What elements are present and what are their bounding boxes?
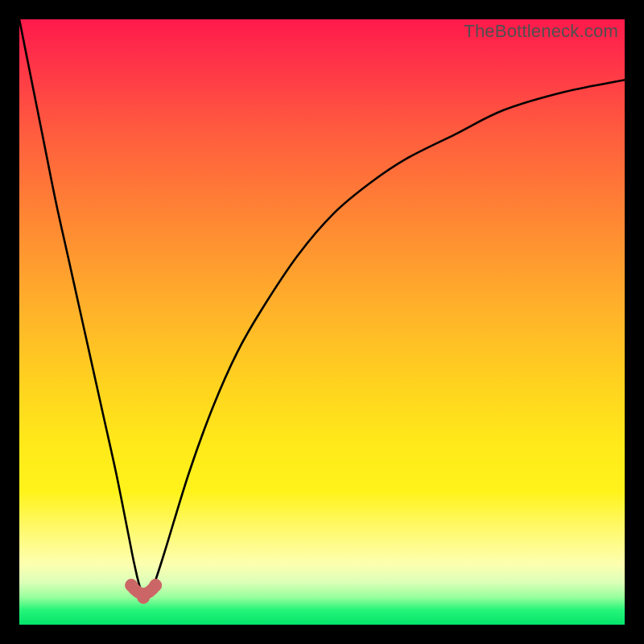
valley-marker bbox=[137, 591, 150, 604]
valley-marker bbox=[149, 579, 162, 592]
plot-area: TheBottleneck.com bbox=[19, 19, 625, 625]
bottleneck-curve bbox=[19, 19, 625, 594]
watermark-label: TheBottleneck.com bbox=[464, 21, 618, 42]
chart-frame: TheBottleneck.com bbox=[0, 0, 644, 644]
valley-markers bbox=[125, 579, 162, 604]
valley-marker bbox=[125, 579, 138, 592]
curve-layer bbox=[19, 19, 625, 625]
